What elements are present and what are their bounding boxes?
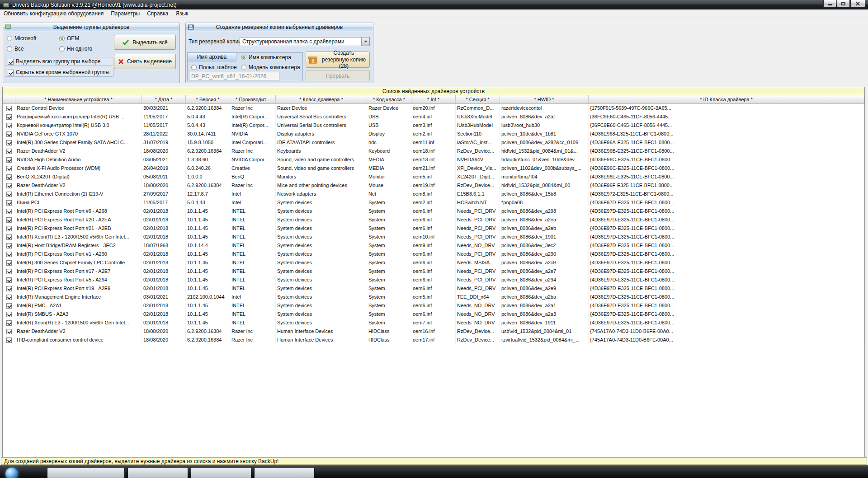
table-row[interactable]: Расширяемый хост-контроллер Intel(R) USB… [3,112,864,121]
checkbox-select-whole-group[interactable]: Выделять всю группу при выборе [5,57,113,66]
radio-none[interactable]: Ни одного [59,46,92,52]
table-row[interactable]: Intel(R) PCI Express Root Port #5 - A294… [3,276,864,284]
row-checkbox[interactable] [6,200,12,206]
table-row[interactable]: Intel(R) SMBUS - A2A302/01/201810.1.1.45… [3,310,864,319]
table-row[interactable]: Шина PCI11/05/20175.0.4.43IntelSystem de… [3,198,864,207]
taskbar-app-button[interactable] [47,467,125,478]
backup-type-dropdown[interactable]: Структурированная папка с драйверами [240,37,370,46]
column-header[interactable]: * HWID * [500,95,589,103]
table-row[interactable]: BenQ XL2420T (Digital)05/08/20111.0.0.0B… [3,173,864,181]
row-checkbox[interactable] [6,312,12,317]
column-header[interactable]: * Inf * [411,95,456,103]
column-header[interactable]: * Дата * [142,95,186,103]
table-cell: System [367,258,411,267]
dropdown-button[interactable] [361,37,369,46]
table-row[interactable]: Intel(R) PCI Express Root Port #17 - A2E… [3,267,864,276]
row-checkbox[interactable] [6,209,12,214]
table-cell: System devices [276,267,367,276]
row-checkbox[interactable] [6,234,12,240]
row-checkbox[interactable] [6,320,12,326]
menu-options[interactable]: Параметры [107,10,143,17]
table-row[interactable]: Корневой концентратор Intel(R) USB 3.011… [3,121,864,130]
row-checkbox[interactable] [6,183,12,188]
table-row[interactable]: Intel(R) PMC - A2A102/01/201810.1.1.45IN… [3,301,864,310]
table-row[interactable]: Razer Control Device30/03/20216.2.9200.1… [3,104,864,112]
close-button[interactable] [850,0,865,8]
row-checkbox[interactable] [6,166,12,171]
create-backup-button[interactable]: Создать резервную копию (28) [306,52,370,68]
row-checkbox[interactable] [6,140,12,145]
radio-computer-model[interactable]: Модель компьютера [241,64,300,70]
menu-refresh-hardware-config[interactable]: Обновить конфигурацию оборудования [0,10,107,17]
column-header[interactable]: * Наименование устройства * [15,95,142,103]
taskbar-app-button[interactable] [191,467,251,478]
table-row[interactable]: NVIDIA GeForce GTX 107028/11/202230.0.14… [3,130,864,138]
table-cell: 02/01/2018 [142,276,186,284]
row-checkbox[interactable] [6,303,12,309]
table-row[interactable]: Intel(R) PCI Express Root Port #21 - A2E… [3,224,864,233]
table-row[interactable]: Intel(R) PCI Express Root Port #1 - A290… [3,250,864,258]
table-row[interactable]: Creative X-Fi Audio Processor (WDM)26/04… [3,164,864,173]
row-checkbox[interactable] [6,192,12,197]
radio-user-template[interactable]: Польз. шаблон [191,64,237,70]
column-header[interactable]: * Версия * [186,95,230,103]
row-checkbox[interactable] [6,217,12,223]
minimize-button[interactable] [823,0,836,8]
table-cell: Needs_NO_DRV [456,310,500,319]
table-row[interactable]: Intel(R) 300 Series Chipset Family SATA … [3,138,864,147]
table-row[interactable]: Intel(R) Host Bridge/DRAM Registers - 3E… [3,241,864,250]
radio-oem[interactable]: OEM [59,35,79,42]
column-header[interactable]: * Класс драйвера * [276,95,367,103]
row-checkbox[interactable] [6,337,12,343]
row-checkbox[interactable] [6,149,12,154]
column-header[interactable]: * Секция * [456,95,500,103]
start-button[interactable] [5,468,18,478]
row-checkbox[interactable] [6,243,12,248]
maximize-button[interactable] [837,0,850,8]
table-row[interactable]: Intel(R) Ethernet Connection (2) I219-V2… [3,190,864,198]
row-checkbox[interactable] [6,269,12,274]
taskbar-app-button[interactable] [254,467,315,478]
radio-microsoft[interactable]: Microsoft [7,35,37,42]
row-checkbox[interactable] [6,260,12,266]
column-header[interactable]: * Производит... [230,95,276,103]
row-checkbox[interactable] [6,252,12,257]
row-checkbox[interactable] [6,123,12,128]
table-row[interactable]: Razer DeathAdder V218/08/20206.2.9200.16… [3,147,864,155]
row-checkbox[interactable] [6,157,12,163]
radio-all[interactable]: Все [7,46,24,52]
row-checkbox[interactable] [6,106,12,111]
table-row[interactable]: Razer DeathAdder V218/08/20206.2.9200.16… [3,327,864,336]
table-row[interactable]: Intel(R) Management Engine Interface03/0… [3,293,864,301]
column-header[interactable]: * ID Класса драйвера * [589,95,864,103]
row-checkbox[interactable] [6,174,12,180]
table-row[interactable]: Razer DeathAdder V218/08/20206.2.9200.16… [3,181,864,190]
row-checkbox[interactable] [6,114,12,120]
column-header[interactable]: * Код класса * [367,95,411,103]
archive-name-input[interactable]: DP_PC_wnt6_x64_16-01-2026 [189,72,279,80]
row-checkbox[interactable] [6,131,12,137]
menu-language[interactable]: Язык [172,10,192,17]
table-cell: oem16.inf [411,327,456,336]
taskbar-app-button[interactable] [127,467,188,478]
table-row[interactable]: Intel(R) Xeon(R) E3 - 1200/1500 v5/6th G… [3,233,864,241]
table-row[interactable]: NVIDIA High Definition Audio03/05/20211.… [3,155,864,164]
table-row[interactable]: Intel(R) 300 Series Chipset Family LPC C… [3,258,864,267]
red-x-icon [118,59,124,65]
row-checkbox[interactable] [6,286,12,291]
row-checkbox[interactable] [6,277,12,283]
table-cell: System devices [276,207,367,216]
table-row[interactable]: Intel(R) PCI Express Root Port #9 - A298… [3,207,864,216]
checkbox-hide-others[interactable]: Скрыть все кроме выбранной группы [5,68,113,77]
menu-help[interactable]: Справка [143,10,172,17]
row-checkbox[interactable] [6,329,12,334]
radio-computer-name[interactable]: Имя компьютера [241,54,291,61]
table-row[interactable]: Intel(R) Xeon(R) E3 - 1200/1500 v5/6th G… [3,319,864,327]
select-all-button[interactable]: Выделить всё [114,35,176,50]
row-checkbox[interactable] [6,295,12,300]
table-row[interactable]: Intel(R) PCI Express Root Port #20 - A2E… [3,216,864,224]
row-checkbox[interactable] [6,226,12,231]
table-row[interactable]: HID-compliant consumer control device18/… [3,336,864,344]
deselect-all-button[interactable]: Снять выделение [114,54,176,69]
table-row[interactable]: Intel(R) PCI Express Root Port #19 - A2E… [3,284,864,293]
